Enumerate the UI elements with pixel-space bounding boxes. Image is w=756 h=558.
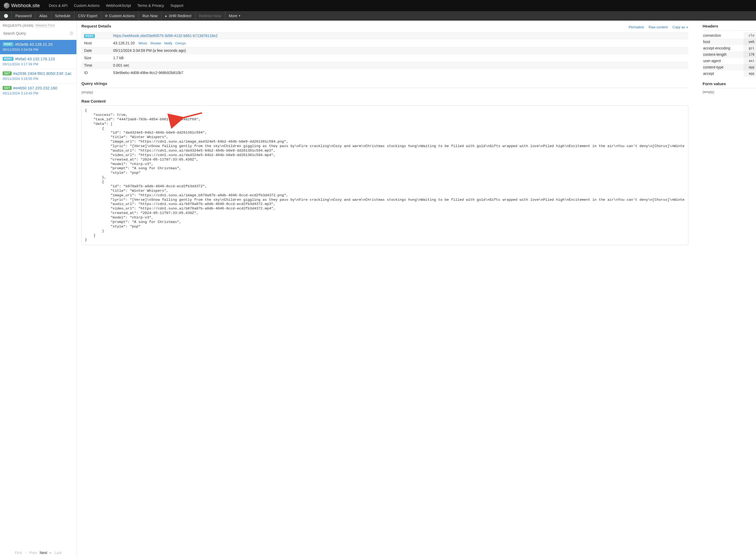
header-value: app <box>744 64 756 70</box>
request-item[interactable]: POST#fefa0 43.132.176.12305/11/2024 3:17… <box>0 54 76 69</box>
headers-title: Headers <box>703 24 756 28</box>
size-value: 1.7 kB <box>110 54 688 61</box>
request-timestamp: 05/11/2024 3:34:59 PM <box>3 48 74 52</box>
method-badge: POST <box>84 34 95 38</box>
header-key: accept <box>703 70 744 77</box>
nav-support[interactable]: Support <box>171 3 183 8</box>
request-item[interactable]: POST#53e9b 43.128.21.2005/11/2024 3:34:5… <box>0 40 76 54</box>
brand-link[interactable]: Webhook.site <box>4 3 40 8</box>
clock-icon: 🕘 <box>4 14 8 18</box>
copy-as-label: Copy as <box>673 25 685 29</box>
pager-first[interactable]: First <box>15 551 22 555</box>
raw-content-title: Raw Content <box>81 99 688 103</box>
headers-table: connectionclohostwebaccept-encodinggzico… <box>703 32 756 77</box>
method-badge: GET <box>3 71 11 75</box>
netify-link[interactable]: Netify <box>164 42 172 45</box>
requests-sidebar: REQUESTS (4/100) Newest First ? POST#53e… <box>0 21 77 558</box>
method-badge: POST <box>3 57 14 61</box>
brand-text: Webhook.site <box>11 3 40 8</box>
action-more[interactable]: More▼ <box>225 11 244 21</box>
header-key: accept-encoding <box>703 45 744 51</box>
request-timestamp: 05/11/2024 3:14:43 PM <box>3 91 74 95</box>
copy-as-dropdown[interactable]: Copy as ▼ <box>673 25 688 29</box>
form-values-title: Form values <box>703 81 756 86</box>
action-run-now[interactable]: Run Now <box>138 11 161 21</box>
header-row: user-agentaxi <box>703 58 756 64</box>
query-strings-empty: (empty) <box>81 90 688 94</box>
pager-prev[interactable]: ← Prev <box>25 551 37 555</box>
host-label: Host <box>81 40 110 47</box>
request-timestamp: 05/11/2024 3:17:39 PM <box>3 62 74 66</box>
whois-link[interactable]: Whois <box>138 42 147 45</box>
host-value: 43.128.21.20 <box>113 41 135 45</box>
raw-content-pre[interactable]: { "success": true, "task_id": "44472ab8-… <box>85 108 685 242</box>
nav-terms[interactable]: Terms & Privacy <box>137 3 164 8</box>
action-bar: 🕘 Password Alias Schedule CSV Export Cus… <box>0 11 756 21</box>
right-panel: Headers connectionclohostwebaccept-encod… <box>698 21 756 558</box>
chevron-down-icon: ▼ <box>238 15 241 17</box>
id-value: 53e9bebc-4d08-49be-8cc2-968b92b810b7 <box>110 69 688 76</box>
header-value: gzi <box>744 45 756 51</box>
censys-link[interactable]: Censys <box>175 42 186 45</box>
request-hash: #a2936 2404:f801:8050:3:bf::1ac <box>13 71 71 76</box>
action-custom-actions-label: Custom Actions <box>109 14 134 18</box>
header-value: app <box>744 70 756 77</box>
request-timestamp: 05/11/2024 3:16:55 PM <box>3 77 74 81</box>
header-value: axi <box>744 58 756 64</box>
requests-sort-toggle[interactable]: Newest First <box>35 23 54 27</box>
pager: First ← Prev Next → Last <box>0 548 76 558</box>
pager-last[interactable]: Last <box>55 551 61 555</box>
details-table: POST https://webhook.site/03e60575-3d96-… <box>81 32 688 76</box>
header-key: user-agent <box>703 58 744 64</box>
header-key: host <box>703 39 744 45</box>
date-value: 05/11/2024 3:34:59 PM (a few seconds ago… <box>110 47 688 54</box>
request-hash: #fefa0 43.132.176.123 <box>15 57 55 61</box>
action-redirect-now[interactable]: Redirect Now <box>195 11 225 21</box>
requests-count-label: REQUESTS (4/100) <box>3 24 33 27</box>
action-xhr-redirect[interactable]: XHR Redirect <box>161 11 195 21</box>
request-url[interactable]: https://webhook.site/03e60575-3d96-4132-… <box>113 33 217 38</box>
header-row: connectionclo <box>703 32 756 39</box>
permalink-link[interactable]: Permalink <box>629 25 644 29</box>
header-row: accept-encodinggzi <box>703 45 756 51</box>
nav-custom-actions[interactable]: Custom Actions <box>74 3 100 8</box>
time-value: 0.001 sec <box>110 61 688 69</box>
method-badge: POST <box>3 42 14 46</box>
form-values-empty: (empty) <box>703 90 756 94</box>
header-row: hostweb <box>703 39 756 45</box>
action-xhr-redirect-label: XHR Redirect <box>168 14 191 18</box>
search-input[interactable] <box>3 30 68 37</box>
request-list: POST#53e9b 43.128.21.2005/11/2024 3:34:5… <box>0 40 76 98</box>
request-hash: #e4650 167.220.232.160 <box>13 86 57 90</box>
nav-webhookscript[interactable]: WebhookScript <box>106 3 131 8</box>
query-strings-title: Query strings <box>81 81 688 86</box>
header-value: 178 <box>744 51 756 58</box>
header-value: web <box>744 39 756 45</box>
header-row: content-typeapp <box>703 64 756 70</box>
action-schedule[interactable]: Schedule <box>51 11 74 21</box>
raw-content-box: { "success": true, "task_id": "44472ab8-… <box>81 105 688 245</box>
action-password[interactable]: Password <box>11 11 35 21</box>
request-details-title: Request Details <box>81 24 111 28</box>
method-badge: GET <box>3 86 11 90</box>
action-custom-actions[interactable]: Custom Actions <box>101 11 138 21</box>
chevron-down-icon: ▼ <box>686 26 688 29</box>
date-label: Date <box>81 47 110 54</box>
request-item[interactable]: GET#e4650 167.220.232.16005/11/2024 3:14… <box>0 83 76 98</box>
search-help-icon[interactable]: ? <box>69 31 74 36</box>
header-value: clo <box>744 32 756 39</box>
action-csv-export[interactable]: CSV Export <box>74 11 101 21</box>
header-key: content-type <box>703 64 744 70</box>
shodan-link[interactable]: Shodan <box>150 42 161 45</box>
main-panel: Request Details Permalink Raw content Co… <box>77 21 693 558</box>
header-key: connection <box>703 32 744 39</box>
action-alias[interactable]: Alias <box>35 11 51 21</box>
request-item[interactable]: GET#a2936 2404:f801:8050:3:bf::1ac05/11/… <box>0 69 76 83</box>
nav-docs[interactable]: Docs & API <box>49 3 68 8</box>
raw-content-link[interactable]: Raw content <box>649 25 668 29</box>
pager-next[interactable]: Next → <box>40 551 52 555</box>
brand-logo-icon <box>4 3 9 8</box>
request-hash: #53e9b 43.128.21.20 <box>15 42 53 47</box>
header-row: content-length178 <box>703 51 756 58</box>
id-label: ID <box>81 69 110 76</box>
